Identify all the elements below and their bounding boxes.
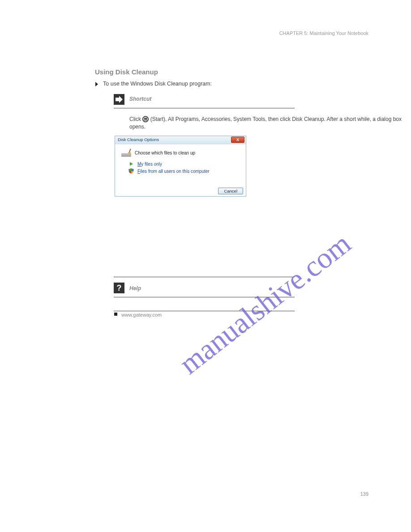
svg-marker-0: [116, 96, 123, 103]
footer-url: www.gateway.com: [121, 312, 162, 317]
windows-start-icon: [142, 116, 149, 124]
divider-line: [114, 108, 295, 108]
divider-line: [114, 311, 295, 311]
shortcut-icon: [114, 94, 124, 105]
dialog-title: Disk Cleanup Options: [118, 137, 159, 142]
disk-cleanup-dialog: Disk Cleanup Options X Choose which file…: [115, 136, 246, 197]
divider-line: [114, 297, 295, 297]
page-number: 139: [360, 491, 368, 497]
dialog-titlebar: Disk Cleanup Options X: [115, 136, 246, 144]
procedure-subheading: To use the Windows Disk Cleanup program:: [103, 81, 212, 87]
green-arrow-icon: [128, 161, 134, 167]
my-files-only-link[interactable]: My files only: [137, 162, 162, 167]
instruction-line: Click (Start), All Programs, Accessories…: [129, 116, 411, 130]
close-button[interactable]: X: [231, 137, 244, 143]
watermark-text: manualshive.com: [173, 226, 357, 381]
dialog-choose-text: Choose which files to clean up: [135, 150, 195, 155]
cancel-button[interactable]: Cancel: [218, 188, 243, 194]
files-all-users-link[interactable]: Files from all users on this computer: [137, 169, 210, 174]
disk-broom-icon: [121, 149, 131, 157]
instruction-text-after: (Start), All Programs, Accessories, Syst…: [129, 116, 402, 130]
uac-shield-icon: [128, 168, 134, 174]
shortcut-label: Shortcut: [129, 96, 151, 102]
section-heading: Using Disk Cleanup: [95, 68, 158, 76]
help-icon: ?: [114, 283, 124, 293]
shortcut-arrow-icon: [114, 94, 124, 105]
square-bullet-icon: [114, 313, 117, 316]
help-label: Help: [129, 285, 141, 292]
instruction-text-before: Click: [129, 116, 142, 122]
chapter-title: CHAPTER 5: Maintaining Your Notebook: [279, 30, 368, 36]
right-triangle-icon: [95, 82, 98, 86]
divider-line: [114, 277, 295, 277]
